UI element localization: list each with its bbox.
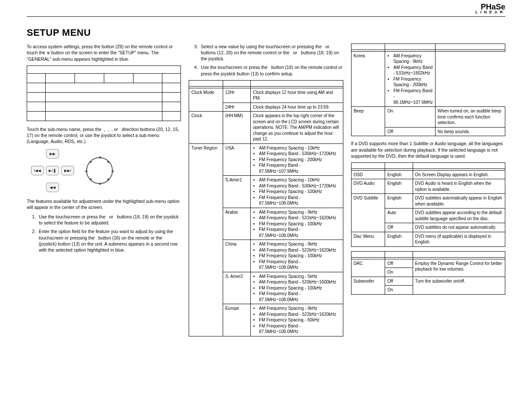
header-rule: [27, 16, 505, 17]
step-4: Use the touchscreen or press the button …: [199, 64, 343, 76]
steps-list-cont: Select a new value by using the touchscr…: [189, 44, 343, 77]
nav-instructions: Touch the sub-menu name, press the , , ,…: [27, 126, 181, 145]
step-2: Enter the option field for the feature y…: [37, 228, 181, 253]
table-row: DVD SubtitleEnglishDVD subtitles automat…: [351, 194, 505, 209]
step-1: Use the touchscreen or press the or butt…: [37, 214, 181, 226]
general-settings-table: Clock Mode12HrClock displays 12 hour tim…: [189, 80, 343, 336]
column-3: KoreaAM Frequency Spacing - 9kHzAM Frequ…: [351, 44, 505, 299]
dpad-diagram: ▶▶ I◀◀ ▶/❚ ▶▶I ◀◀: [31, 149, 74, 192]
language-note: If a DVD supports more than 1 Subtitle o…: [351, 140, 505, 159]
dpad-left-icon: I◀◀: [31, 166, 44, 175]
dpad-down-icon: ◀◀: [46, 183, 59, 192]
brand-logo: PHaSe LINEAR: [476, 3, 506, 14]
joystick-ring-icon: [86, 157, 113, 184]
table-row: Clock Mode12HrClock displays 12 hour tim…: [189, 88, 343, 103]
table-row: BeepOnWhen turned on, an audible beep to…: [351, 107, 505, 128]
table-row: KoreaAM Frequency Spacing - 9kHzAM Frequ…: [351, 51, 505, 107]
audio-settings-table: DRCOffEmploy the Dynamic Range Control f…: [351, 251, 505, 295]
intro-paragraph: To access system settings, press the but…: [27, 44, 181, 62]
column-2: Select a new value by using the touchscr…: [189, 44, 343, 341]
table-row: Disc MenuEnglishDVD menu (if applicable)…: [351, 232, 505, 246]
table-row: Clock(HH:MM)Clock appears in the top rig…: [189, 112, 343, 144]
table-row: OSDEnglishOn Screen Display appears in E…: [351, 170, 505, 179]
table-row: DRCOffEmploy the Dynamic Range Control f…: [351, 259, 505, 268]
general-settings-table-cont: KoreaAM Frequency Spacing - 9kHzAM Frequ…: [351, 44, 505, 137]
table-row: SubwooferOffTurn the subwoofer on/off.: [351, 277, 505, 286]
steps-list: Use the touchscreen or press the or butt…: [27, 214, 181, 253]
table-row: DVD AudioEnglishDVD Audio is heard in En…: [351, 179, 505, 194]
screenshot-placeholder-table: [27, 65, 181, 121]
dpad-center-icon: ▶/❚: [46, 166, 59, 175]
language-settings-table: OSDEnglishOn Screen Display appears in E…: [351, 162, 505, 247]
features-paragraph: The features available for adjustment un…: [27, 198, 181, 210]
column-1: To access system settings, press the but…: [27, 44, 181, 256]
dpad-right-icon: ▶▶I: [61, 166, 74, 175]
table-row: Tuner RegionUSAAM Frequency Spacing - 10…: [189, 143, 343, 176]
page-title: SETUP MENU: [27, 26, 505, 39]
dpad-up-icon: ▶▶: [46, 149, 59, 159]
step-3: Select a new value by using the touchscr…: [199, 44, 343, 62]
